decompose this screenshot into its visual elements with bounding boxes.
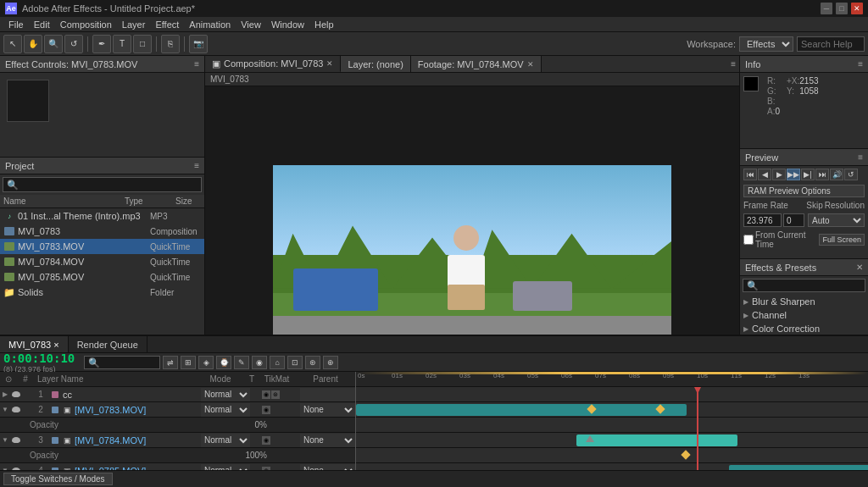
project-item-mov3[interactable]: MVI_0785.MOV QuickTime [0,269,204,285]
menu-composition[interactable]: Composition [55,17,117,32]
layer-row-1[interactable]: ▶ 1 cc Normal ◉ ⊛ [0,387,355,402]
layer-tab[interactable]: Layer: (none) [341,56,410,72]
layer-3-expand[interactable]: ▼ [0,436,10,444]
project-item-mov2[interactable]: MVI_0784.MOV QuickTime [0,254,204,269]
ram-preview-options-btn[interactable]: RAM Preview Options [743,185,865,197]
effect-controls-menu-btn[interactable]: ≡ [194,59,199,69]
layer-row-4[interactable]: ▼ 4 ▣ [MVI_0785.MOV] Normal ◉ None [0,463,355,470]
layer-1-tikmat-btn2[interactable]: ⊛ [271,390,280,399]
footage-tab-close[interactable]: ✕ [527,60,534,69]
comp-tab-main[interactable]: ▣ Composition: MVI_0783 ✕ [205,56,341,72]
effect-controls-header[interactable]: Effect Controls: MVI_0783.MOV ≡ [0,56,204,73]
preview-loop-btn[interactable]: ↺ [844,169,858,180]
timeline-tab-comp[interactable]: MVI_0783 × [0,336,69,352]
preview-panel-menu-btn[interactable]: ≡ [858,152,863,162]
effects-panel-header[interactable]: Effects & Presets ✕ [740,259,868,276]
preview-audio-btn[interactable]: 🔊 [830,169,843,180]
layer-3-visibility[interactable] [10,434,22,446]
layer-4-parent[interactable]: None [300,464,355,471]
project-panel-header[interactable]: Project ≡ [0,158,204,174]
workspace-dropdown[interactable]: Effects [739,36,793,52]
toggle-switches-modes-btn[interactable]: Toggle Switches / Modes [3,473,113,485]
effects-panel-menu-btn[interactable]: ✕ [856,263,863,272]
tool-text[interactable]: T [113,35,131,53]
tl-tool-btn-7[interactable]: ⌂ [270,356,285,369]
project-search-input[interactable] [3,177,202,192]
maximize-button[interactable]: □ [836,3,848,14]
layer-2-tikmat-btn1[interactable]: ◉ [262,406,270,414]
tool-hand[interactable]: ✋ [24,35,42,53]
layer-3-opacity-value[interactable]: 100% [245,451,270,460]
full-screen-btn[interactable]: Full Screen [819,234,865,246]
menu-effect[interactable]: Effect [150,17,184,32]
track-bar-3[interactable] [576,434,737,446]
tl-tool-btn-6[interactable]: ◉ [252,356,267,369]
frame-rate-input[interactable] [743,213,782,227]
tool-rotate[interactable]: ↺ [64,35,83,53]
layer-3-tikmat-btn1[interactable]: ◉ [262,436,270,445]
effects-search-input[interactable] [743,279,865,292]
tl-tool-btn-9[interactable]: ⊛ [305,356,320,369]
menu-help[interactable]: Help [309,17,339,32]
project-item-mp3[interactable]: ♪ 01 Inst...al Theme (Intro).mp3 MP3 [0,208,204,224]
layer-row-3[interactable]: ▼ 3 ▣ [MVI_0784.MOV] Normal ◉ None [0,433,355,448]
preview-first-frame-btn[interactable]: ⏮ [743,169,757,180]
layer-1-tikmat-btn1[interactable]: ◉ [262,390,270,399]
tool-pen[interactable]: ✒ [92,35,111,53]
layer-2-parent[interactable]: None [300,403,355,417]
timeline-tab-render[interactable]: Render Queue [69,336,147,352]
project-item-comp[interactable]: MVI_0783 Composition [0,224,204,239]
project-item-folder[interactable]: 📁 Solids Folder [0,285,204,300]
tool-camera[interactable]: 📷 [189,35,208,53]
track-bar-2[interactable] [356,404,687,416]
minimize-button[interactable]: ─ [821,3,832,14]
layer-2-mode[interactable]: Normal [201,403,250,417]
timeline-search-input[interactable] [84,356,160,369]
footage-tab[interactable]: Footage: MVI_0784.MOV ✕ [411,56,542,72]
project-panel-menu-btn[interactable]: ≡ [194,161,199,170]
skip-input[interactable] [783,213,804,227]
effect-cat-blur[interactable]: ▶ Blur & Sharpen [740,295,868,308]
tool-clone[interactable]: ⎘ [161,35,180,53]
tl-tool-btn-2[interactable]: ⊞ [181,356,196,369]
tl-tool-btn-3[interactable]: ◈ [198,356,214,369]
comp-panel-menu-btn[interactable]: ≡ [727,56,739,72]
layer-4-mode[interactable]: Normal [201,464,250,471]
preview-panel-header[interactable]: Preview ≡ [740,149,868,166]
tl-tool-btn-4[interactable]: ⌚ [216,356,231,369]
layer-2-visibility[interactable] [10,404,22,416]
info-panel-header[interactable]: Info ≡ [740,56,868,73]
layer-3-parent[interactable]: None [300,434,355,447]
menu-file[interactable]: File [3,17,29,32]
tl-tool-btn-1[interactable]: ⇌ [163,356,178,369]
tool-zoom[interactable]: 🔍 [44,35,63,53]
effect-cat-color[interactable]: ▶ Color Correction [740,322,868,335]
layer-1-expand[interactable]: ▶ [0,390,10,398]
tl-tool-btn-5[interactable]: ✎ [234,356,249,369]
layer-2-expand[interactable]: ▼ [0,406,10,413]
playhead[interactable] [697,387,698,470]
layer-row-2[interactable]: ▼ 2 ▣ [MVI_0783.MOV] Normal ◉ None [0,402,355,418]
resolution-dropdown[interactable]: Auto [808,213,865,227]
layer-3-mode[interactable]: Normal [201,434,250,447]
effect-cat-channel[interactable]: ▶ Channel [740,308,868,322]
menu-animation[interactable]: Animation [184,17,236,32]
layer-2-opacity-value[interactable]: 0% [255,420,270,429]
menu-window[interactable]: Window [266,17,309,32]
preview-next-frame-btn[interactable]: ▶| [801,169,815,180]
project-item-mov1[interactable]: MVI_0783.MOV QuickTime [0,239,204,254]
preview-last-frame-btn[interactable]: ⏭ [815,169,829,180]
close-button[interactable]: ✕ [851,3,863,14]
window-controls[interactable]: ─ □ ✕ [821,3,863,14]
tool-select[interactable]: ↖ [3,35,22,53]
tool-shape[interactable]: □ [133,35,152,53]
menu-edit[interactable]: Edit [29,17,55,32]
from-current-time-checkbox[interactable] [743,235,754,245]
tl-tool-btn-8[interactable]: ⊡ [287,356,303,369]
layer-1-visibility[interactable] [10,389,22,401]
menu-layer[interactable]: Layer [117,17,151,32]
preview-prev-frame-btn[interactable]: ◀ [758,169,771,180]
menu-view[interactable]: View [236,17,266,32]
info-panel-menu-btn[interactable]: ≡ [858,59,863,69]
tl-tool-btn-10[interactable]: ⊕ [323,356,338,369]
